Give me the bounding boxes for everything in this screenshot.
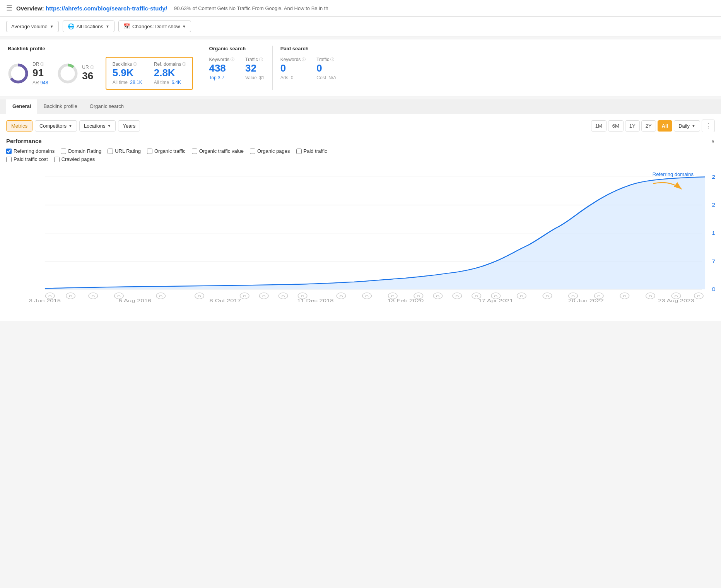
tab-backlink-profile[interactable]: Backlink profile	[37, 99, 83, 114]
tab-organic-search[interactable]: Organic search	[84, 99, 130, 114]
checkbox-domain-rating-label: Domain Rating	[68, 148, 101, 154]
svg-text:G: G	[545, 294, 549, 298]
stats-row: Backlink profile DR ⓘ 91	[8, 46, 713, 90]
performance-title: Performance	[6, 138, 42, 144]
ref-domains-stat: Ref. domains ⓘ 2.8K All time 6.4K	[154, 62, 186, 85]
sub-toolbar: Metrics Competitors ▼ Locations ▼ Years …	[6, 120, 715, 132]
svg-text:G: G	[475, 294, 478, 298]
svg-text:G: G	[301, 294, 304, 298]
chevron-down-icon: ▼	[50, 24, 54, 29]
sub-toolbar-left: Metrics Competitors ▼ Locations ▼ Years	[6, 120, 140, 132]
svg-text:5 Aug 2016: 5 Aug 2016	[119, 298, 151, 303]
backlinks-alltime-label: All time	[113, 80, 128, 85]
checkbox-referring-domains[interactable]: Referring domains	[6, 148, 55, 154]
dr-donut-chart	[8, 63, 29, 84]
daily-label: Daily	[678, 123, 690, 129]
2y-button[interactable]: 2Y	[641, 120, 656, 132]
all-locations-label: All locations	[77, 24, 103, 29]
checkboxes-row-2: Paid traffic cost Crawled pages	[6, 156, 715, 162]
1y-button[interactable]: 1Y	[625, 120, 640, 132]
collapse-icon[interactable]: ∧	[711, 138, 715, 144]
metrics-button[interactable]: Metrics	[6, 120, 32, 132]
checkbox-paid-traffic-cost-input[interactable]	[6, 157, 12, 162]
svg-text:700: 700	[712, 259, 715, 264]
header-url-link[interactable]: https://ahrefs.com/blog/search-traffic-s…	[46, 5, 167, 12]
organic-traffic-info-icon[interactable]: ⓘ	[259, 57, 263, 62]
average-volume-dropdown[interactable]: Average volume ▼	[6, 21, 59, 32]
backlinks-info-icon[interactable]: ⓘ	[133, 62, 137, 67]
backlink-profile-stats: DR ⓘ 91 AR 948	[8, 57, 193, 90]
checkboxes-row-1: Referring domains Domain Rating URL Rati…	[6, 148, 715, 154]
svg-text:G: G	[417, 294, 420, 298]
dr-stat: DR ⓘ 91 AR 948	[8, 62, 48, 85]
more-options-button[interactable]: ⋮	[702, 120, 715, 132]
svg-text:G: G	[520, 294, 523, 298]
checkbox-organic-traffic[interactable]: Organic traffic	[147, 148, 186, 154]
ur-info-icon[interactable]: ⓘ	[90, 65, 94, 70]
paid-traffic-info-icon[interactable]: ⓘ	[330, 57, 334, 62]
svg-text:11 Dec 2018: 11 Dec 2018	[297, 298, 334, 303]
paid-traffic-label: Traffic	[316, 57, 329, 62]
paid-keywords-info-icon[interactable]: ⓘ	[302, 57, 306, 62]
divider-1	[201, 46, 201, 90]
checkbox-crawled-pages-label: Crawled pages	[62, 156, 95, 162]
checkbox-organic-traffic-value[interactable]: Organic traffic value	[192, 148, 244, 154]
top3-value: 7	[222, 75, 224, 80]
svg-text:G: G	[649, 294, 652, 298]
6m-button[interactable]: 6M	[608, 120, 624, 132]
checkbox-organic-pages[interactable]: Organic pages	[250, 148, 290, 154]
svg-text:G: G	[571, 294, 575, 298]
checkbox-url-rating-input[interactable]	[108, 149, 113, 154]
organic-keywords-info-icon[interactable]: ⓘ	[231, 57, 234, 62]
checkbox-crawled-pages[interactable]: Crawled pages	[54, 156, 95, 162]
organic-search-title: Organic search	[209, 46, 264, 51]
ref-domains-info-icon[interactable]: ⓘ	[182, 62, 186, 67]
checkbox-referring-domains-input[interactable]	[6, 149, 12, 154]
checkbox-organic-traffic-value-input[interactable]	[192, 149, 197, 154]
svg-text:23 Aug 2023: 23 Aug 2023	[658, 298, 694, 303]
checkbox-url-rating[interactable]: URL Rating	[108, 148, 141, 154]
years-button[interactable]: Years	[118, 120, 140, 132]
svg-text:G: G	[198, 294, 201, 298]
checkbox-paid-traffic-input[interactable]	[296, 149, 302, 154]
tab-general[interactable]: General	[6, 99, 37, 114]
svg-text:G: G	[675, 294, 678, 298]
backlinks-alltime-value: 28.1K	[130, 80, 142, 85]
competitors-button[interactable]: Competitors ▼	[35, 120, 77, 132]
checkbox-paid-traffic[interactable]: Paid traffic	[296, 148, 327, 154]
checkbox-domain-rating-input[interactable]	[61, 149, 66, 154]
ref-domains-alltime-value: 6.4K	[171, 80, 181, 85]
checkbox-domain-rating[interactable]: Domain Rating	[61, 148, 101, 154]
1m-button[interactable]: 1M	[591, 120, 607, 132]
performance-header: Performance ∧	[6, 138, 715, 144]
svg-text:G: G	[48, 294, 52, 298]
svg-text:G: G	[282, 294, 285, 298]
checkbox-crawled-pages-input[interactable]	[54, 157, 60, 162]
all-locations-dropdown[interactable]: 🌐 All locations ▼	[63, 21, 114, 32]
menu-icon[interactable]: ☰	[6, 4, 12, 12]
globe-icon: 🌐	[68, 23, 74, 29]
backlinks-label: Backlinks	[113, 62, 132, 67]
dr-info-icon[interactable]: ⓘ	[40, 62, 44, 67]
svg-text:G: G	[117, 294, 121, 298]
checkbox-paid-traffic-cost[interactable]: Paid traffic cost	[6, 156, 48, 162]
dr-label: DR	[32, 62, 39, 67]
all-button[interactable]: All	[658, 120, 673, 132]
calendar-icon: 📅	[123, 23, 130, 29]
svg-text:G: G	[623, 294, 626, 298]
paid-keywords-label: Keywords	[280, 57, 301, 62]
line-chart-svg: 2.8K 2.1K 1.4K 700 0 3 Jun 2015 5 Aug 20…	[6, 168, 715, 315]
changes-dropdown[interactable]: 📅 Changes: Don't show ▼	[118, 21, 191, 32]
locations-button[interactable]: Locations ▼	[79, 120, 116, 132]
daily-button[interactable]: Daily ▼	[674, 120, 700, 132]
header-title-text: Overview:	[16, 5, 44, 12]
organic-top3: Top 3 7	[209, 75, 224, 80]
chevron-down-icon-3: ▼	[182, 24, 186, 29]
svg-text:G: G	[697, 294, 700, 298]
svg-text:G: G	[262, 294, 266, 298]
svg-text:G: G	[391, 294, 395, 298]
checkbox-organic-pages-input[interactable]	[250, 149, 255, 154]
checkbox-organic-traffic-input[interactable]	[147, 149, 152, 154]
paid-ads: Ads 0	[280, 75, 294, 80]
checkbox-paid-traffic-cost-label: Paid traffic cost	[14, 156, 48, 162]
